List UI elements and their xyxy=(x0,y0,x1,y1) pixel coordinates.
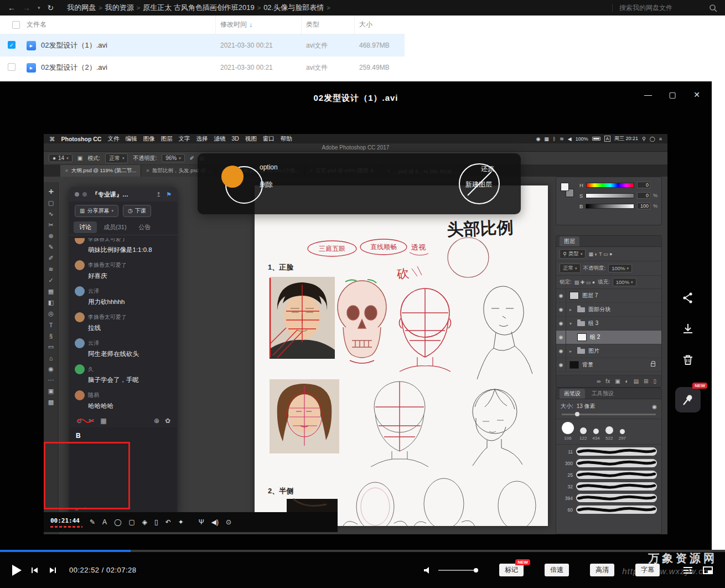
new-layer-icon[interactable]: ⊞ xyxy=(644,378,648,384)
search-icon[interactable] xyxy=(709,4,717,12)
tab-members[interactable]: 成员(31) xyxy=(98,221,132,233)
ps-tool-icon[interactable]: ✎ xyxy=(45,242,57,252)
lock-icons[interactable]: ▨ ✚ ▭ ● xyxy=(574,280,595,285)
color-swatches[interactable] xyxy=(561,182,575,206)
hue-value[interactable]: 0 xyxy=(637,182,650,188)
chat-titlebar[interactable]: 『专业课』… ↥ ⚑ xyxy=(69,187,177,202)
row-checkbox[interactable] xyxy=(8,63,15,71)
quality-button[interactable]: 高清 xyxy=(590,564,614,576)
screen-mirror-icon[interactable]: ◉ xyxy=(536,136,540,142)
select-all-checkbox[interactable] xyxy=(12,21,20,29)
visibility-eye-icon[interactable]: ◉ xyxy=(556,303,566,316)
brush-preset[interactable]: 434 xyxy=(592,429,599,441)
siri-icon[interactable]: ◯ xyxy=(650,136,655,142)
saturation-value[interactable]: 0 xyxy=(637,192,650,199)
rect-tool-icon[interactable]: ▢ xyxy=(129,518,135,526)
refresh-icon[interactable]: ↻ xyxy=(48,3,54,12)
layer-group-row[interactable]: ◉▸图片 xyxy=(556,344,661,358)
brush-preset[interactable]: 106 xyxy=(562,422,574,441)
ps-tool-icon[interactable]: ✓ xyxy=(45,275,57,286)
layer-row-selected[interactable]: ◉组 2 xyxy=(556,331,661,344)
hue-slider[interactable] xyxy=(586,183,634,188)
layer-group-row[interactable]: ◉▸面部分块 xyxy=(556,303,661,317)
layer-row[interactable]: ◉图层 7 xyxy=(556,289,661,303)
apple-menu-icon[interactable]: ⌘ xyxy=(49,136,55,142)
tab-discuss[interactable]: 讨论 xyxy=(74,221,97,233)
document-tab[interactable]: ✕大纲.psd @ 119% (第二节... xyxy=(60,165,141,177)
ps-tool-icon[interactable]: ◎ xyxy=(45,308,57,319)
ps-tool-icon[interactable]: ≋ xyxy=(45,264,57,275)
menu-item[interactable]: 视图 xyxy=(245,135,257,143)
file-name[interactable]: 02发型设计（1）.avi xyxy=(41,40,107,50)
chevron-right-icon[interactable]: ▸ xyxy=(569,307,574,312)
pen-tool-icon[interactable]: ✎ xyxy=(90,518,95,526)
next-frame-button[interactable] xyxy=(48,566,57,574)
layer-style-icon[interactable]: fx xyxy=(605,378,610,384)
brush-stroke-preset[interactable]: 11 xyxy=(561,447,657,456)
image-icon[interactable]: ▦ xyxy=(100,417,106,425)
prev-frame-button[interactable] xyxy=(30,566,39,574)
ps-tool-icon[interactable]: ⌂ xyxy=(45,353,57,363)
new-group-icon[interactable]: ▤ xyxy=(634,378,639,384)
display-icon[interactable]: ▦ xyxy=(544,136,549,142)
ps-tool-icon[interactable]: ✂ xyxy=(45,220,57,230)
chevron-down-icon[interactable]: ▾ xyxy=(569,321,574,326)
table-row[interactable]: 02发型设计（1）.avi 2021-03-30 00:21 avi文件 468… xyxy=(0,34,405,56)
close-icon[interactable]: ✕ xyxy=(65,168,69,173)
breadcrumb-item[interactable]: 我的网盘 xyxy=(67,3,96,13)
undo-icon[interactable]: ↶ xyxy=(165,518,171,526)
visibility-eye-icon[interactable]: ◉ xyxy=(556,317,566,330)
playlist-button[interactable] xyxy=(683,566,693,574)
panel-toggle-icon[interactable]: ▣ xyxy=(77,155,82,161)
pin-button[interactable]: NEW xyxy=(675,387,701,412)
menu-item[interactable]: 选择 xyxy=(196,135,208,143)
col-size[interactable]: 大小 xyxy=(355,16,405,34)
menu-item[interactable]: 滤镜 xyxy=(214,135,225,143)
sort-desc-icon[interactable]: ↓ xyxy=(249,21,252,29)
brush-stroke-preset[interactable]: 60 xyxy=(561,506,657,514)
ps-tool-icon[interactable]: ▢ xyxy=(45,198,57,208)
layer-opacity-dropdown[interactable]: 100%▾ xyxy=(608,264,632,272)
miniplayer-button[interactable] xyxy=(703,566,713,574)
input-method-icon[interactable]: A xyxy=(604,136,610,142)
ps-tool-icon[interactable]: ⋯ xyxy=(45,375,57,385)
tab-brush-settings[interactable]: 画笔设 xyxy=(560,389,585,399)
traffic-dot-icon[interactable] xyxy=(75,192,79,197)
text-tool-icon[interactable]: A xyxy=(102,518,107,526)
notification-center-icon[interactable]: ≡ xyxy=(659,136,662,142)
menu-item[interactable]: 窗口 xyxy=(263,135,275,143)
brightness-value[interactable]: 100 xyxy=(637,203,650,209)
ps-tool-icon[interactable]: ∿ xyxy=(45,209,57,219)
laser-icon[interactable]: ✦ xyxy=(178,518,184,526)
settings-icon[interactable]: ✿ xyxy=(165,417,170,425)
menubar-clock[interactable]: 周三 20:21 xyxy=(614,135,638,142)
fill-dropdown[interactable]: 100%▾ xyxy=(613,278,636,286)
menu-item[interactable]: 帮助 xyxy=(281,135,292,143)
ps-canvas[interactable]: 头部比例 三庭五眼 直线顺畅 透视 1、正脸 xyxy=(255,185,548,526)
forward-icon[interactable]: → xyxy=(23,3,30,12)
brush-preset[interactable]: 297 xyxy=(619,429,626,441)
ps-tool-icon[interactable]: § xyxy=(45,331,57,341)
maximize-icon[interactable]: ▢ xyxy=(667,90,677,99)
visibility-eye-icon[interactable]: ◉ xyxy=(556,331,566,344)
speaker-icon[interactable]: ◀) xyxy=(211,518,219,526)
filter-kind-icons[interactable]: ▦ ◐ T ▭ ● xyxy=(588,251,612,257)
wifi-icon[interactable]: ≋ xyxy=(560,136,564,142)
close-icon[interactable]: ✕ xyxy=(692,90,702,99)
brush-stroke-preset[interactable]: 394 xyxy=(561,494,657,502)
file-name[interactable]: 02发型设计（2）.avi xyxy=(41,63,107,73)
mode-dropdown[interactable]: 正常▾ xyxy=(105,153,128,163)
back-icon[interactable]: ← xyxy=(8,3,15,12)
ps-tool-icon[interactable]: ▦ xyxy=(45,286,57,297)
delete-button[interactable] xyxy=(682,354,694,368)
layer-filter-dropdown[interactable]: ⚲类型▾ xyxy=(560,249,586,259)
brush-preset[interactable]: 122 xyxy=(579,427,587,441)
play-button[interactable] xyxy=(12,565,22,576)
ps-tool-icon[interactable]: ◉ xyxy=(45,364,57,374)
table-row[interactable]: 02发型设计（2）.avi 2021-03-30 00:21 avi文件 259… xyxy=(0,56,405,79)
download-button[interactable] xyxy=(682,323,694,337)
eraser-trash-icon[interactable]: ▯ xyxy=(154,518,158,526)
pressure-icon[interactable]: ✐ xyxy=(190,155,194,161)
ps-tool-icon[interactable]: ◧ xyxy=(45,297,57,308)
bluetooth-icon[interactable]: ᛒ xyxy=(553,136,556,142)
